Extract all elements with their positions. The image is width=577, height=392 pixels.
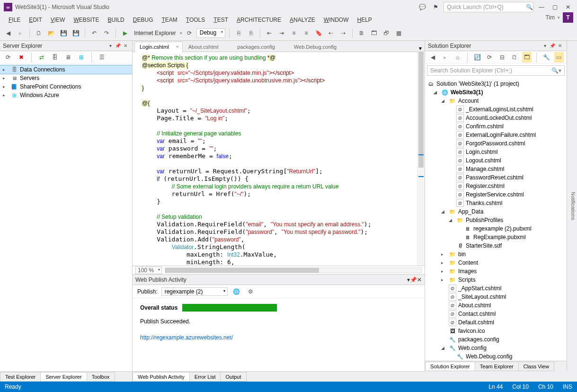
panel-pin-icon[interactable]: 📌 [549, 42, 556, 50]
redo-icon[interactable]: ↷ [101, 28, 112, 38]
panel-close-icon[interactable]: ✕ [556, 42, 564, 50]
expander-icon[interactable]: ◢ [449, 218, 454, 223]
solution-tree-item[interactable]: ◢App_Data [425, 207, 567, 216]
side-tab[interactable]: Error List [189, 372, 221, 382]
refresh-icon[interactable]: ⟳ [485, 52, 494, 62]
zoom-combo[interactable]: 100 % [135, 267, 162, 274]
solution-tree-item[interactable]: @RegisterService.cshtml [425, 190, 567, 199]
publish-url-link[interactable]: http://regexample.azurewebsites.net/ [140, 334, 417, 341]
solution-tree-item[interactable]: @Default.cshtml [425, 318, 567, 327]
server-tree-item[interactable]: ▸⊞Windows Azure [0, 91, 132, 99]
solution-search-input[interactable]: Search Solution Explorer (Ctrl+;) 🔍▾ [427, 65, 565, 76]
menu-tools[interactable]: TOOLS [182, 15, 209, 25]
solution-tree-item[interactable]: ◢🔧Web.config [425, 344, 567, 352]
solution-tree-item[interactable]: 🖼favicon.ico [425, 327, 567, 335]
server-icon[interactable]: 🖥 [63, 52, 73, 62]
tb-icon-1[interactable]: ⎘ [233, 28, 244, 38]
menu-edit[interactable]: EDIT [25, 15, 45, 25]
solution-tree-item[interactable]: @AccountLockedOut.cshtml [425, 114, 567, 122]
filter-icon[interactable]: ☰ [97, 52, 107, 62]
expander-icon[interactable]: ▸ [441, 252, 447, 257]
undo-icon[interactable]: ↶ [89, 28, 99, 38]
expander-icon[interactable]: ▸ [441, 269, 447, 274]
collapse-icon[interactable]: ⊟ [497, 52, 506, 62]
close-button[interactable]: ✕ [563, 2, 573, 12]
quick-launch-input[interactable]: Quick Launch (Ctrl+Q) 🔍 [444, 2, 533, 12]
minimize-button[interactable]: — [536, 2, 547, 12]
new-project-icon[interactable]: 🗋 [34, 28, 44, 38]
editor-tab[interactable]: Web.Debug.config [289, 42, 350, 52]
tb-uncomment-icon[interactable]: ≡ [301, 28, 311, 38]
solution-tree-item[interactable]: @_SiteLayout.cshtml [425, 293, 567, 301]
expander-icon[interactable]: ◢ [441, 346, 447, 350]
panel-close-icon[interactable]: ✕ [122, 42, 129, 50]
tb-misc-4[interactable]: ▦ [393, 28, 404, 38]
solution-tree-item[interactable]: @Logout.cshtml [425, 156, 567, 165]
home-icon[interactable]: ⌂ [453, 52, 462, 62]
tb-prev-icon[interactable]: ⇠ [326, 28, 336, 38]
side-tab[interactable]: Output [220, 372, 246, 382]
solution-tree-item[interactable]: ◢PublishProfiles [425, 216, 567, 224]
browser-dropdown-icon[interactable]: ▾ [180, 31, 182, 36]
tb-indent-icon[interactable]: ⇥ [276, 28, 287, 38]
solution-tree-item[interactable]: ▸Content [425, 258, 567, 267]
panel-pin-icon[interactable]: 📌 [114, 42, 122, 50]
side-tab[interactable]: Web Publish Activity [133, 372, 190, 382]
connect-icon[interactable]: ⇄ [36, 52, 47, 62]
menu-test[interactable]: TEST [210, 15, 232, 25]
solution-tree-item[interactable]: @_ExternalLoginsList.cshtml [425, 105, 567, 114]
panel-close-icon[interactable]: ✕ [417, 276, 422, 283]
feedback-icon[interactable]: 💬 [417, 2, 427, 12]
save-all-icon[interactable]: 💾 [71, 28, 81, 38]
server-explorer-tree[interactable]: ▸🗄Data Connections▸🖥Servers▸📘SharePoint … [0, 63, 132, 371]
menu-architecture[interactable]: ARCHITECTURE [233, 15, 285, 25]
tb-misc-1[interactable]: 🗎 [356, 28, 367, 38]
menu-view[interactable]: VIEW [47, 15, 69, 25]
expander-icon[interactable]: ▸ [3, 67, 9, 72]
show-all-icon[interactable]: 🗋 [510, 52, 519, 62]
menu-analyze[interactable]: ANALYZE [286, 15, 319, 25]
solution-tree-item[interactable]: 🗎RegExample.pubxml [425, 233, 567, 241]
panel-dropdown-icon[interactable]: ▾ [107, 42, 114, 50]
scroll-thumb[interactable] [418, 52, 424, 168]
solution-tree-item[interactable]: ◢Account [425, 97, 567, 105]
publish-settings-icon[interactable]: ⚙ [246, 286, 256, 297]
expander-icon[interactable]: ◢ [441, 209, 447, 214]
horizontal-scrollbar[interactable] [165, 267, 422, 273]
menu-website[interactable]: WEBSITE [70, 15, 103, 25]
user-avatar[interactable]: T [563, 12, 573, 23]
publish-profile-combo[interactable]: regexample (2) [161, 287, 228, 296]
tb-next-icon[interactable]: ⇢ [338, 28, 348, 38]
expander-icon[interactable]: ▸ [3, 84, 9, 89]
tb-misc-3[interactable]: 🗗 [381, 28, 391, 38]
menu-debug[interactable]: DEBUG [129, 15, 157, 25]
fwd-icon[interactable]: ▸ [440, 52, 450, 62]
sync-icon[interactable]: 🔃 [472, 52, 482, 62]
vertical-scrollbar[interactable] [417, 52, 425, 266]
back-icon[interactable]: ◀ [428, 52, 437, 62]
tb-comment-icon[interactable]: ≡ [289, 28, 299, 38]
solution-tree-item[interactable]: 🔧Web.Debug.config [425, 352, 567, 361]
db-icon[interactable]: 🗄 [50, 52, 60, 62]
expander-icon[interactable]: ▸ [441, 260, 447, 265]
menu-team[interactable]: TEAM [158, 15, 181, 25]
solution-tree-item[interactable]: 🛢StarterSite.sdf [425, 241, 567, 250]
server-tree-item[interactable]: ▸📘SharePoint Connections [0, 82, 132, 91]
editor-tab[interactable]: Login.cshtml [134, 42, 183, 52]
start-debug-button[interactable]: ▶ [120, 28, 130, 38]
solution-tree-item[interactable]: @Register.cshtml [425, 182, 567, 190]
tb-outdent-icon[interactable]: ⇤ [264, 28, 275, 38]
config-combo[interactable]: Debug [196, 28, 225, 38]
solution-tree-item[interactable]: @PasswordReset.cshtml [425, 173, 567, 182]
solution-tree-item[interactable]: @Manage.cshtml [425, 165, 567, 173]
refresh-icon[interactable]: ⟳ [184, 28, 195, 38]
user-name[interactable]: Tim [545, 14, 555, 21]
solution-tree-item[interactable]: @Confirm.cshtml [425, 122, 567, 131]
solution-tree-item[interactable]: ▸Scripts [425, 276, 567, 284]
solution-tree-item[interactable]: @ExternalLoginFailure.cshtml [425, 131, 567, 139]
menu-file[interactable]: FILE [5, 15, 24, 25]
expander-icon[interactable]: ▸ [3, 76, 9, 80]
panel-dropdown-icon[interactable]: ▾ [541, 42, 549, 50]
solution-tree-item[interactable]: 🔧packages.config [425, 335, 567, 344]
azure-icon[interactable]: ⊞ [76, 52, 87, 62]
